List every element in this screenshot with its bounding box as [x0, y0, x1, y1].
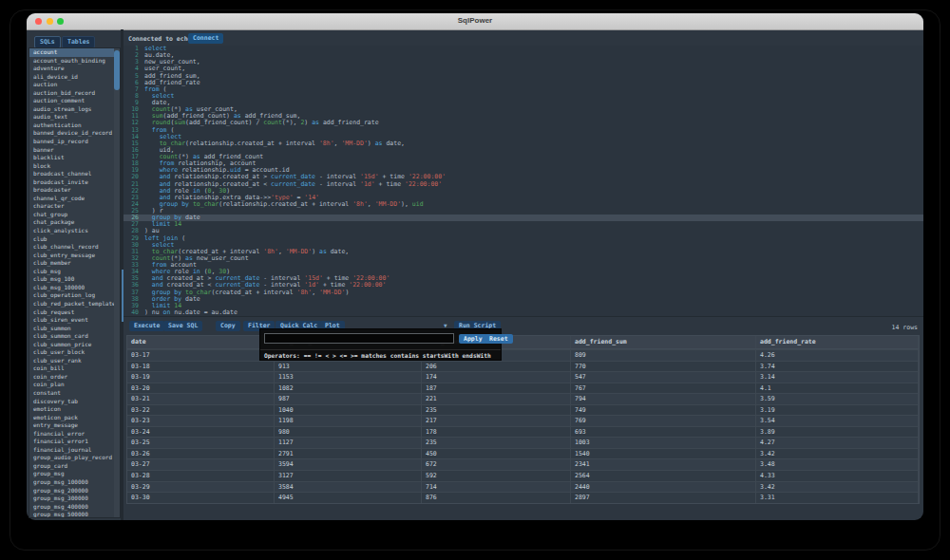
code-line[interactable]: 15 to_char(relationship.created_at + int… — [124, 140, 923, 147]
sidebar-item-club_member[interactable]: club_member — [29, 259, 120, 268]
sidebar-item-group_audio_play_record[interactable]: group_audio_play_record — [29, 454, 120, 462]
table-row[interactable]: 03-2311982177693.54 — [127, 415, 919, 426]
sidebar-item-constant[interactable]: constant — [29, 389, 120, 398]
sidebar-item-club_user_rank[interactable]: club_user_rank — [29, 357, 120, 365]
table-row[interactable]: 03-2010821877674.1 — [127, 383, 919, 394]
sidebar-scrollbar-thumb[interactable] — [114, 50, 120, 90]
sidebar-item-club_msg_100000[interactable]: club_msg_100000 — [29, 284, 120, 292]
code-line[interactable]: 3new_user_count, — [124, 59, 923, 65]
code-line[interactable]: 12 round(sum(add_friend_count) / count(*… — [124, 120, 923, 126]
sidebar-item-account[interactable]: account — [29, 48, 120, 57]
sidebar-item-click_analystics[interactable]: click_analystics — [29, 227, 120, 235]
table-row[interactable]: 03-26279145015403.42 — [127, 448, 919, 459]
sidebar-item-blacklist[interactable]: blacklist — [29, 154, 120, 162]
code-line[interactable]: 5add_friend_sum, — [124, 73, 923, 80]
sidebar-item-account_oauth_binding[interactable]: account_oauth_binding — [29, 57, 120, 65]
sidebar-item-channel_qr_code[interactable]: channel_qr_code — [29, 195, 120, 203]
filter-input[interactable] — [264, 333, 454, 344]
code-line[interactable]: 24 group by to_char(relationship.created… — [124, 201, 923, 208]
toolbar-button-execute[interactable]: Execute — [129, 321, 164, 331]
table-row[interactable]: 03-30494587628973.31 — [127, 492, 919, 503]
sidebar-item-group_msg_400000[interactable]: group_msg_400000 — [29, 503, 120, 512]
code-line[interactable]: 29left join ( — [124, 235, 923, 242]
code-line[interactable]: 4user_count, — [124, 65, 923, 72]
sidebar-item-group_msg_500000[interactable]: group_msg_500000 — [29, 511, 120, 518]
sidebar-scrollbar[interactable] — [114, 48, 120, 517]
sidebar-item-club[interactable]: club — [29, 235, 120, 244]
column-header-add_friend_rate[interactable]: add_friend_rate — [756, 336, 919, 348]
sidebar-item-club_operation_log[interactable]: club_operation_log — [29, 291, 120, 300]
code-line[interactable]: 8 select — [124, 93, 923, 100]
column-header-add_friend_sum[interactable]: add_friend_sum — [571, 336, 756, 348]
sidebar-item-authentication[interactable]: authentication — [29, 121, 120, 130]
sidebar-item-auction_comment[interactable]: auction_comment — [29, 97, 120, 105]
code-line[interactable]: 33 from account — [124, 262, 923, 269]
sidebar-item-club_user_block[interactable]: club_user_block — [29, 348, 120, 357]
sidebar-item-broadcast_channel[interactable]: broadcast_channel — [29, 170, 120, 178]
sidebar-item-financial_error1[interactable]: financial_error1 — [29, 438, 120, 446]
table-row[interactable]: 03-189132067703.74 — [127, 361, 919, 372]
sidebar-item-auction[interactable]: auction — [29, 81, 120, 89]
toolbar-button-copy[interactable]: Copy — [216, 321, 240, 331]
sidebar-item-group_msg_100000[interactable]: group_msg_100000 — [29, 478, 120, 487]
code-line[interactable]: 37 group by to_char(created_at + interva… — [124, 289, 923, 296]
sidebar-item-club_channel_record[interactable]: club_channel_record — [29, 243, 120, 252]
table-row[interactable]: 03-28312759225644.33 — [127, 470, 919, 481]
sidebar-item-adventure[interactable]: adventure — [29, 65, 120, 73]
sidebar-item-ali_device_id[interactable]: ali_device_id — [29, 73, 120, 82]
table-row[interactable]: 03-219872217943.59 — [127, 393, 919, 404]
table-row[interactable]: 03-29358471424403.42 — [127, 481, 919, 493]
sidebar-item-financial_journal[interactable]: financial_journal — [29, 446, 120, 455]
sidebar-item-emoticon_pack[interactable]: emoticon_pack — [29, 414, 120, 422]
sidebar-item-banner[interactable]: banner — [29, 146, 120, 155]
sidebar-item-character[interactable]: character — [29, 202, 120, 211]
sidebar-item-coin_order[interactable]: coin_order — [29, 373, 120, 382]
sidebar-item-group_msg[interactable]: group_msg — [29, 470, 120, 478]
code-line[interactable]: 6add_friend_rate — [124, 80, 923, 86]
sidebar-item-audio_stream_logs[interactable]: audio_stream_logs — [29, 105, 120, 114]
sidebar-item-broadcast_invite[interactable]: broadcast_invite — [29, 178, 120, 187]
sidebar-item-coin_bill[interactable]: coin_bill — [29, 364, 120, 373]
table-row[interactable]: 03-1911531745473.14 — [127, 371, 919, 383]
code-line[interactable]: 21 and relationship.created_at < current… — [124, 181, 923, 188]
sidebar-item-club_red_packet_template[interactable]: club_red_packet_template — [29, 300, 120, 308]
sidebar-item-entry_message[interactable]: entry_message — [29, 421, 120, 430]
sidebar-item-broadcaster[interactable]: broadcaster — [29, 186, 120, 195]
table-row[interactable]: 03-25112723510034.27 — [127, 437, 919, 448]
sidebar-item-club_request[interactable]: club_request — [29, 308, 120, 317]
sidebar-item-club_entry_message[interactable]: club_entry_message — [29, 252, 120, 260]
table-row[interactable]: 03-249801786933.89 — [127, 426, 919, 438]
code-line[interactable]: 40) nu on nu.date = au.date — [124, 309, 923, 316]
sidebar-item-block[interactable]: block — [29, 162, 120, 171]
sidebar-item-discovery_tab[interactable]: discovery_tab — [29, 398, 120, 406]
reset-button[interactable]: Reset — [484, 334, 513, 345]
code-line[interactable]: 39 limit 14 — [124, 303, 923, 309]
code-line[interactable]: 9 date, — [124, 100, 923, 106]
table-row[interactable]: 03-27359467223413.48 — [127, 458, 919, 470]
tab-tables[interactable]: Tables — [62, 36, 95, 48]
sql-editor[interactable]: 1select2au.date,3new_user_count,4user_co… — [124, 46, 923, 316]
sidebar-item-chat_package[interactable]: chat_package — [29, 218, 120, 227]
sidebar-item-club_summon_price[interactable]: club_summon_price — [29, 341, 120, 349]
sidebar-item-coin_plan[interactable]: coin_plan — [29, 381, 120, 389]
code-line[interactable]: 38 order by date — [124, 296, 923, 303]
tab-sqls[interactable]: SQLs — [34, 36, 61, 48]
title-bar[interactable]: SqlPower — [27, 13, 923, 30]
sidebar-item-auction_bid_record[interactable]: auction_bid_record — [29, 89, 120, 98]
apply-button[interactable]: Apply — [459, 334, 487, 345]
code-line[interactable]: 28) au — [124, 228, 923, 234]
sidebar-item-banned_device_id_record[interactable]: banned_device_id_record — [29, 129, 120, 138]
sidebar-item-club_msg_100[interactable]: club_msg_100 — [29, 275, 120, 284]
table-row[interactable]: 03-2210402357493.19 — [127, 404, 919, 416]
column-header-date[interactable]: date — [127, 336, 275, 348]
connect-button[interactable]: Connect — [188, 33, 223, 44]
code-line[interactable]: 1select — [124, 46, 923, 52]
sidebar-item-banned_ip_record[interactable]: banned_ip_record — [29, 138, 120, 146]
code-line[interactable]: 7from ( — [124, 86, 923, 93]
toolbar-button-save-sql[interactable]: Save SQL — [163, 321, 202, 331]
sidebar-item-club_siren_event[interactable]: club_siren_event — [29, 316, 120, 325]
sidebar-item-emoticon[interactable]: emoticon — [29, 405, 120, 414]
sidebar-item-club_summon_card[interactable]: club_summon_card — [29, 332, 120, 341]
sidebar-item-group_msg_300000[interactable]: group_msg_300000 — [29, 495, 120, 503]
code-line[interactable]: 26 group by date — [124, 215, 923, 221]
